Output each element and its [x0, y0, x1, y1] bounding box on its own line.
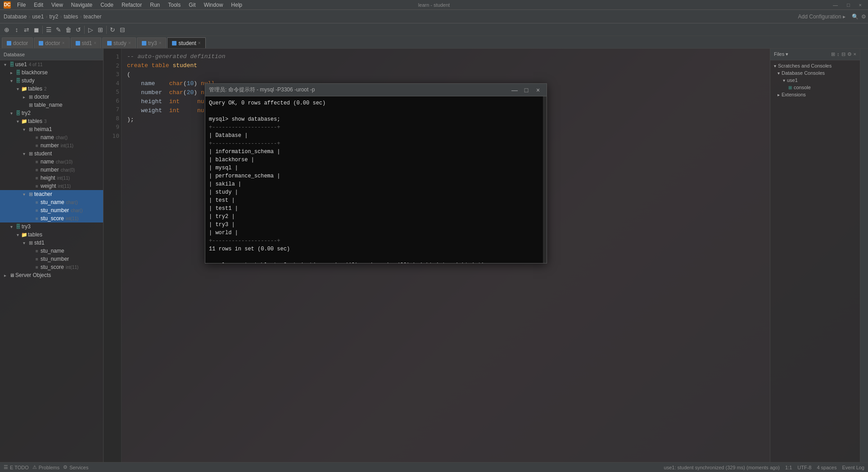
status-problems[interactable]: ⚠ Problems: [32, 464, 59, 470]
breadcrumb-try2[interactable]: try2: [49, 14, 58, 20]
sidebar-item-study-tables[interactable]: ▾ 📁 tables 2: [0, 85, 103, 93]
sidebar-item-std1-stu-name[interactable]: ≡ stu_name: [0, 247, 103, 255]
breadcrumb-use1[interactable]: use1: [32, 14, 44, 20]
menu-run[interactable]: Run: [146, 1, 163, 9]
menu-window[interactable]: Window: [200, 1, 227, 9]
toolbar-add[interactable]: ⊕: [2, 25, 12, 35]
folder-icon-try2-tables: 📁: [21, 118, 28, 124]
menu-git[interactable]: Git: [185, 1, 199, 9]
add-configuration-button[interactable]: Add Configuration ▸: [795, 13, 849, 21]
tab-close-try3[interactable]: ×: [159, 41, 162, 45]
sidebar-item-try3-tables[interactable]: ▾ 📁 tables: [0, 231, 103, 239]
terminal-maximize[interactable]: □: [521, 85, 531, 95]
sidebar-item-try2[interactable]: ▾ 🗄 try2: [0, 109, 103, 117]
position: 1:1: [785, 465, 792, 470]
sidebar-item-teacher-stu-name[interactable]: ≡ stu_name char(): [0, 198, 103, 206]
maximize-btn[interactable]: □: [844, 1, 853, 9]
tab-doctor-1[interactable]: doctor: [2, 37, 33, 48]
sidebar-item-doctor[interactable]: ▸ ⊞ doctor: [0, 93, 103, 101]
sidebar-item-student-name[interactable]: ≡ name char(10): [0, 158, 103, 166]
meta-try2-tables: 3: [44, 119, 47, 124]
right-panel-icon-5[interactable]: ×: [854, 51, 856, 57]
menu-tools[interactable]: Tools: [164, 1, 184, 9]
toolbar-grid[interactable]: ⊞: [95, 25, 105, 35]
right-item-console[interactable]: ⊞ console: [772, 84, 858, 91]
tab-try3[interactable]: try3 ×: [137, 37, 167, 48]
sidebar-item-student-weight[interactable]: ≡ weight int(11): [0, 182, 103, 190]
right-item-scratches[interactable]: ▾ Scratches and Consoles: [772, 62, 858, 69]
sidebar-item-std1-stu-number[interactable]: ≡ stu_number: [0, 255, 103, 263]
right-panel-icon-1[interactable]: ⊞: [831, 51, 835, 57]
sidebar-item-study[interactable]: ▾ 🗄 study: [0, 77, 103, 85]
menu-code[interactable]: Code: [97, 1, 117, 9]
minimize-btn[interactable]: —: [830, 1, 841, 9]
sidebar-item-std1[interactable]: ▾ ⊞ std1: [0, 239, 103, 247]
sidebar-item-table-name[interactable]: ⊞ table_name: [0, 101, 103, 109]
right-panel-icon-4[interactable]: ⚙: [847, 51, 852, 57]
label-table-name: table_name: [34, 102, 63, 108]
menu-edit[interactable]: Edit: [30, 1, 47, 9]
status-todo[interactable]: ☰ E TODO: [4, 464, 29, 470]
tab-std1[interactable]: std1 ×: [71, 37, 102, 48]
sidebar-item-heima1-name[interactable]: ≡ name char(): [0, 133, 103, 141]
toolbar-compare[interactable]: ⇄: [22, 25, 32, 35]
breadcrumb-teacher[interactable]: teacher: [83, 14, 101, 20]
tab-close-student[interactable]: ×: [198, 41, 201, 45]
files-label[interactable]: Files ▾: [774, 51, 788, 57]
settings-icon[interactable]: ⚙: [861, 14, 866, 20]
terminal-close[interactable]: ×: [533, 85, 543, 95]
sidebar-item-teacher-stu-number[interactable]: ≡ stu_number char(): [0, 206, 103, 214]
sidebar-item-heima1[interactable]: ▾ ⊞ heima1: [0, 125, 103, 133]
toolbar-edit[interactable]: ✎: [54, 25, 63, 35]
sidebar-item-student[interactable]: ▾ ⊞ student: [0, 150, 103, 158]
breadcrumb-database[interactable]: Database: [4, 14, 27, 20]
event-log[interactable]: Event Log: [842, 465, 864, 470]
menu-view[interactable]: View: [48, 1, 67, 9]
sidebar-item-try3[interactable]: ▾ 🗄 try3: [0, 222, 103, 231]
toolbar-run[interactable]: ▷: [86, 25, 95, 35]
sidebar-item-heima1-number[interactable]: ≡ number int(11): [0, 141, 103, 150]
sidebar-item-student-number[interactable]: ≡ number char(0): [0, 166, 103, 174]
toolbar-layout[interactable]: ⊟: [118, 25, 127, 35]
sidebar-item-teacher[interactable]: ▾ ⊞ teacher: [0, 190, 103, 198]
status-right: use1: student synchronized (329 ms) (mom…: [664, 465, 864, 470]
status-services[interactable]: ⚙ Services: [63, 464, 88, 470]
sidebar-item-blackhorse[interactable]: ▸ 🗄 blackhorse: [0, 68, 103, 77]
toolbar-stop[interactable]: ◼: [32, 25, 41, 35]
sidebar-item-std1-stu-score[interactable]: ≡ stu_score int(11): [0, 263, 103, 271]
sidebar-item-server-objects[interactable]: ▸ 🖥 Server Objects: [0, 271, 103, 279]
tab-close-doctor2[interactable]: ×: [62, 41, 65, 45]
sidebar-item-student-height[interactable]: ≡ height int(11): [0, 174, 103, 182]
label-student-weight: weight: [41, 183, 56, 189]
sidebar-item-try2-tables[interactable]: ▾ 📁 tables 3: [0, 117, 103, 125]
tab-student[interactable]: student ×: [167, 37, 205, 48]
right-panel-icon-3[interactable]: ⊟: [841, 51, 845, 57]
terminal-content[interactable]: Query OK, 0 rows affected (0.00 sec) mys…: [205, 96, 543, 263]
tab-doctor-2[interactable]: doctor ×: [34, 37, 69, 48]
tab-study[interactable]: study ×: [102, 37, 136, 48]
breadcrumb: Database › use1 › try2 › tables › teache…: [4, 14, 101, 20]
sidebar-item-use1[interactable]: ▾ 🗄 use1 4 of 11: [0, 60, 103, 68]
toolbar-sort[interactable]: ↕: [12, 25, 22, 35]
toolbar-refresh2[interactable]: ↻: [108, 25, 118, 35]
right-item-extensions[interactable]: ▸ Extensions: [772, 91, 858, 98]
terminal-minimize[interactable]: —: [510, 85, 520, 95]
menu-navigate[interactable]: Navigate: [68, 1, 96, 9]
tab-close-std1[interactable]: ×: [94, 41, 96, 45]
toolbar-list[interactable]: ☰: [44, 25, 54, 35]
tab-close-study[interactable]: ×: [128, 41, 131, 45]
menu-refactor[interactable]: Refactor: [118, 1, 145, 9]
terminal-scrollbar[interactable]: [543, 96, 547, 263]
breadcrumb-tables[interactable]: tables: [63, 14, 78, 20]
right-item-use1[interactable]: ▾ use1: [772, 77, 858, 84]
menu-file[interactable]: File: [14, 1, 29, 9]
right-panel-icon-2[interactable]: ↕: [837, 51, 840, 57]
sidebar-item-teacher-stu-score[interactable]: ≡ stu_score int(11): [0, 214, 103, 222]
search-icon[interactable]: 🔍: [852, 14, 859, 20]
menu-help[interactable]: Help: [227, 1, 246, 9]
toolbar-refresh[interactable]: ↺: [73, 25, 83, 35]
col-icon-std1-stunumber: ≡: [33, 257, 41, 262]
right-item-db-consoles[interactable]: ▾ Database Consoles: [772, 69, 858, 77]
toolbar-delete[interactable]: 🗑: [63, 25, 73, 35]
close-btn[interactable]: ×: [856, 1, 864, 9]
